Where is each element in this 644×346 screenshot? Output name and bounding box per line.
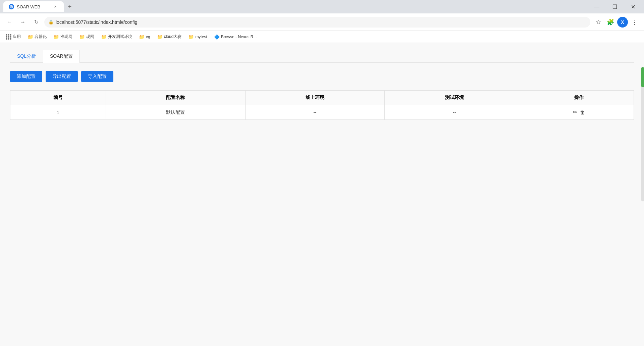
folder-icon: 📁 [188, 34, 194, 40]
back-button[interactable]: ← [4, 17, 15, 28]
bookmark-label: mytest [195, 35, 207, 39]
address-bar: ← → ↻ 🔒 localhost:5077/static/index.html… [0, 13, 644, 31]
table-row: 1 默认配置 -- -- ✏ 🗑 [10, 105, 634, 120]
bookmark-browse-nexus[interactable]: 🔷 Browse - Nexus R... [211, 33, 260, 41]
page-tabs: SQL分析 SOAR配置 [10, 50, 634, 63]
add-config-button[interactable]: 添加配置 [10, 71, 42, 82]
star-button[interactable]: ☆ [593, 17, 604, 28]
action-buttons: 添加配置 导出配置 导入配置 [10, 71, 634, 82]
folder-icon: 📁 [79, 34, 85, 40]
bookmark-cloud[interactable]: 📁 cloud大赛 [154, 33, 184, 41]
bookmark-vg[interactable]: 📁 vg [136, 33, 153, 41]
minimize-button[interactable]: — [589, 1, 604, 12]
bookmark-kaifa[interactable]: 📁 开发测试环境 [98, 33, 135, 41]
scrollbar-thumb[interactable] [641, 67, 644, 87]
scrollbar-track[interactable] [641, 67, 644, 201]
cell-id: 1 [10, 105, 106, 120]
bookmark-label: vg [146, 35, 150, 39]
url-text: localhost:5077/static/index.html#/config [56, 19, 586, 25]
config-table: 编号 配置名称 线上环境 测试环境 操作 1 默认配置 -- -- ✏ [10, 90, 634, 120]
col-header-action: 操作 [524, 91, 634, 105]
folder-icon: 📁 [157, 34, 163, 40]
col-header-online: 线上环境 [245, 91, 385, 105]
folder-icon: 📁 [53, 34, 59, 40]
bookmark-label: Browse - Nexus R... [221, 35, 257, 39]
folder-icon: 📁 [101, 34, 107, 40]
col-header-name: 配置名称 [106, 91, 245, 105]
tab-favicon [9, 4, 14, 9]
delete-icon[interactable]: 🗑 [580, 109, 585, 115]
menu-button[interactable]: ⋮ [629, 17, 640, 28]
profile-button[interactable]: X [617, 17, 628, 28]
cell-actions: ✏ 🗑 [524, 105, 634, 120]
window-controls: — ❒ ✕ [589, 1, 641, 12]
bookmark-xian[interactable]: 📁 现网 [76, 33, 97, 41]
forward-button[interactable]: → [17, 17, 28, 28]
export-config-button[interactable]: 导出配置 [46, 71, 78, 82]
back-icon: ← [7, 19, 12, 25]
bookmarks-bar: 应用 📁 容器化 📁 准现网 📁 现网 📁 开发测试环境 📁 vg 📁 clou… [0, 31, 644, 43]
folder-icon: 📁 [139, 34, 145, 40]
close-button[interactable]: ✕ [625, 1, 641, 12]
url-bar[interactable]: 🔒 localhost:5077/static/index.html#/conf… [44, 17, 590, 28]
title-bar: SOAR WEB × + — ❒ ✕ [0, 0, 644, 13]
import-config-button[interactable]: 导入配置 [81, 71, 113, 82]
cell-name: 默认配置 [106, 105, 245, 120]
reload-icon: ↻ [34, 19, 39, 25]
browser-tab-active[interactable]: SOAR WEB × [3, 1, 64, 12]
bookmark-label: 容器化 [35, 34, 47, 40]
toolbar-right: ☆ 🧩 X ⋮ [593, 17, 640, 28]
nexus-icon: 🔷 [214, 34, 220, 40]
action-icons: ✏ 🗑 [530, 109, 628, 115]
tab-sql[interactable]: SQL分析 [10, 50, 43, 63]
cell-test-env: -- [385, 105, 524, 120]
tab-title: SOAR WEB [17, 4, 40, 9]
bookmark-label: 准现网 [60, 34, 72, 40]
cell-online-env: -- [245, 105, 385, 120]
lock-icon: 🔒 [48, 19, 54, 24]
browser-window: SOAR WEB × + — ❒ ✕ ← → ↻ 🔒 localhost:507… [0, 0, 644, 346]
apps-label: 应用 [13, 34, 21, 40]
bookmark-label: cloud大赛 [164, 34, 182, 40]
bookmark-label: 开发测试环境 [108, 34, 132, 40]
page-content: SQL分析 SOAR配置 添加配置 导出配置 导入配置 编号 配置名称 线上环境… [0, 43, 644, 346]
bookmark-zhunxian[interactable]: 📁 准现网 [51, 33, 75, 41]
tab-close-btn[interactable]: × [52, 4, 58, 10]
tab-soar-config[interactable]: SOAR配置 [43, 50, 80, 63]
bookmark-mytest[interactable]: 📁 mytest [185, 33, 210, 41]
new-tab-button[interactable]: + [65, 2, 74, 11]
table-header-row: 编号 配置名称 线上环境 测试环境 操作 [10, 91, 634, 105]
restore-button[interactable]: ❒ [607, 1, 623, 12]
col-header-test: 测试环境 [385, 91, 524, 105]
bookmark-apps[interactable]: 应用 [3, 33, 23, 41]
extensions-button[interactable]: 🧩 [605, 17, 616, 28]
bookmark-label: 现网 [86, 34, 94, 40]
apps-icon [6, 34, 11, 40]
col-header-id: 编号 [10, 91, 106, 105]
tab-bar: SOAR WEB × + [3, 1, 586, 12]
forward-icon: → [20, 19, 25, 25]
reload-button[interactable]: ↻ [31, 17, 42, 28]
folder-icon: 📁 [28, 34, 33, 40]
edit-icon[interactable]: ✏ [573, 109, 577, 115]
bookmark-rongqi[interactable]: 📁 容器化 [25, 33, 49, 41]
